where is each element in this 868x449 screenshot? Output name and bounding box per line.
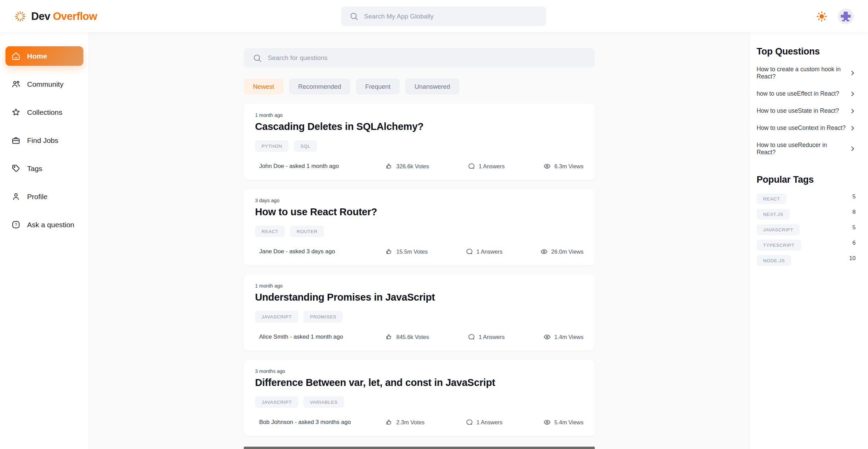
- question-author: Bob Johnson - asked 3 months ago: [259, 419, 385, 426]
- question-stats: 2.3m Votes 1 Answers: [385, 418, 583, 426]
- tag-chip[interactable]: NEXT.JS: [757, 209, 790, 220]
- brand-logo[interactable]: Dev Overflow: [14, 10, 97, 23]
- popular-tag-row: TYPESCRIPT 6: [757, 240, 856, 251]
- votes-value: 326.6k Votes: [396, 163, 429, 170]
- thumbs-up-icon: [385, 248, 393, 255]
- views-value: 1.4m Views: [554, 334, 583, 340]
- global-search-input[interactable]: [364, 13, 538, 20]
- sidebar-item-label: Community: [27, 80, 63, 88]
- views-stat: 1.4m Views: [543, 333, 583, 341]
- answers-stat: 1 Answers: [466, 248, 503, 255]
- sidebar-item-tags[interactable]: Tags: [5, 159, 83, 178]
- sidebar-item-label: Find Jobs: [27, 136, 58, 145]
- sidebar-item-find-jobs[interactable]: Find Jobs: [5, 131, 83, 150]
- chevron-right-icon: [849, 146, 856, 152]
- question-card: 3 months ago Difference Between var, let…: [244, 360, 595, 436]
- question-meta: Jane Doe - asked 3 days ago 15.5m Votes: [255, 248, 583, 255]
- question-title-link[interactable]: Cascading Deletes in SQLAlchemy?: [255, 121, 583, 132]
- top-question-link[interactable]: How to use useState in React?: [757, 107, 856, 114]
- top-question-link[interactable]: How to create a custom hook in React?: [757, 66, 856, 80]
- eye-icon: [543, 333, 551, 341]
- question-search: [244, 48, 595, 68]
- tag-chip[interactable]: JAVASCRIPT: [255, 396, 298, 408]
- thumbs-up-icon: [385, 418, 393, 426]
- question-title-link[interactable]: Understanding Promises in JavaScript: [255, 292, 583, 303]
- page-body: Home Community Collections Find Job: [0, 33, 868, 449]
- theme-toggle-sun-icon[interactable]: [816, 11, 828, 22]
- global-search: [341, 7, 546, 26]
- popular-tags-section: Popular Tags REACT 5 NEXT.JS 8 JAVASCRIP…: [757, 174, 856, 266]
- question-stats: 15.5m Votes 1 Answers: [385, 248, 583, 255]
- question-age: 3 days ago: [255, 198, 583, 203]
- eye-icon: [540, 248, 548, 255]
- svg-text:?: ?: [15, 222, 17, 227]
- sidebar-item-home[interactable]: Home: [5, 46, 83, 66]
- question-author: Alice Smith - asked 1 month ago: [259, 333, 385, 340]
- votes-value: 2.3m Votes: [396, 419, 425, 426]
- sidebar-item-label: Tags: [27, 165, 42, 173]
- answers-value: 1 Answers: [477, 248, 503, 255]
- tag-count: 8: [853, 209, 856, 216]
- top-question-link[interactable]: How to use useReducer in React?: [757, 142, 856, 156]
- avatar-robot-icon: [838, 9, 854, 24]
- message-bubble-icon: [468, 333, 475, 341]
- sidebar-item-profile[interactable]: Profile: [5, 187, 83, 206]
- page-bottom-edge: [244, 447, 595, 449]
- filter-unanswered[interactable]: Unanswered: [405, 78, 459, 95]
- tag-chip[interactable]: VARIABLES: [303, 396, 344, 408]
- tag-icon: [11, 164, 21, 173]
- profile-user-icon: [11, 192, 21, 201]
- main-content: Newest Recommended Frequent Unanswered 1…: [89, 33, 749, 449]
- question-age: 1 month ago: [255, 283, 583, 289]
- tag-chip[interactable]: ROUTER: [290, 226, 324, 237]
- sidebar-item-label: Ask a question: [27, 221, 74, 229]
- tag-chip[interactable]: TYPESCRIPT: [757, 240, 801, 251]
- top-questions-title: Top Questions: [757, 46, 856, 57]
- user-avatar[interactable]: [838, 9, 854, 24]
- top-question-link[interactable]: how to use useEffect in React?: [757, 90, 856, 97]
- app-header: Dev Overflow: [0, 0, 868, 33]
- answers-value: 1 Answers: [479, 334, 505, 340]
- message-bubble-icon: [466, 418, 473, 426]
- question-title-link[interactable]: How to use React Router?: [255, 206, 583, 218]
- tag-chip[interactable]: JAVASCRIPT: [255, 311, 298, 323]
- filter-newest[interactable]: Newest: [244, 78, 284, 95]
- votes-stat: 2.3m Votes: [385, 418, 425, 426]
- header-actions: [816, 9, 854, 24]
- tag-chip[interactable]: PROMISES: [303, 311, 343, 323]
- tag-chip[interactable]: JAVASCRIPT: [757, 224, 800, 235]
- votes-stat: 326.6k Votes: [385, 162, 429, 170]
- votes-value: 15.5m Votes: [396, 248, 428, 255]
- question-age: 1 month ago: [255, 112, 583, 118]
- top-question-link[interactable]: How to use useContext in React?: [757, 124, 856, 132]
- tag-chip[interactable]: REACT: [757, 193, 786, 204]
- sidebar-item-community[interactable]: Community: [5, 74, 83, 94]
- tag-chip[interactable]: SQL: [294, 140, 317, 152]
- tag-chip[interactable]: NODE.JS: [757, 255, 791, 266]
- popular-tag-row: NEXT.JS 8: [757, 209, 856, 220]
- question-author: John Doe - asked 1 month ago: [259, 163, 385, 170]
- question-meta: John Doe - asked 1 month ago 326.6k Vote…: [255, 162, 583, 170]
- search-icon: [349, 12, 359, 21]
- sidebar-item-ask-question[interactable]: ? Ask a question: [5, 215, 83, 234]
- votes-stat: 15.5m Votes: [385, 248, 428, 255]
- question-search-input[interactable]: [268, 54, 586, 62]
- question-tags: JAVASCRIPT PROMISES: [255, 311, 583, 323]
- sidebar-item-label: Home: [27, 52, 47, 60]
- views-value: 6.3m Views: [554, 163, 583, 170]
- question-card: 1 month ago Understanding Promises in Ja…: [244, 275, 595, 351]
- question-title-link[interactable]: Difference Between var, let, and const i…: [255, 377, 583, 388]
- views-value: 26.0m Views: [551, 248, 583, 255]
- tag-count: 10: [849, 255, 856, 262]
- question-card: 3 days ago How to use React Router? REAC…: [244, 189, 595, 265]
- views-stat: 26.0m Views: [540, 248, 583, 255]
- community-icon: [11, 80, 21, 89]
- filter-frequent[interactable]: Frequent: [356, 78, 400, 95]
- sidebar-item-collections[interactable]: Collections: [5, 102, 83, 122]
- tag-chip[interactable]: REACT: [255, 226, 285, 237]
- tag-chip[interactable]: PYTHON: [255, 140, 289, 152]
- question-stats: 845.6k Votes 1 Answers: [385, 333, 583, 341]
- filter-recommended[interactable]: Recommended: [289, 78, 350, 95]
- popular-tag-row: NODE.JS 10: [757, 255, 856, 266]
- collections-star-icon: [11, 108, 21, 117]
